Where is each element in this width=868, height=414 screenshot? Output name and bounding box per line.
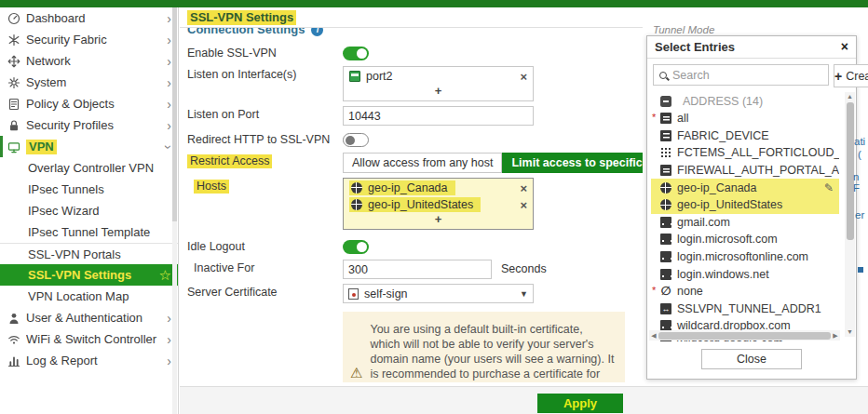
- sidebar-item-user-authentication[interactable]: User & Authentication ›: [0, 307, 178, 328]
- allow-any-host-button[interactable]: Allow access from any host: [343, 153, 502, 173]
- address-list: ADDRESS (14) * all FABRIC_DEVICE FCTEMS_…: [647, 91, 856, 341]
- entry-label: login.microsoftonline.com: [677, 250, 808, 263]
- close-button[interactable]: Close: [701, 349, 802, 369]
- sidebar-item-ipsec-wizard[interactable]: IPsec Wizard: [0, 200, 178, 221]
- scroll-right-icon[interactable]: ▶: [831, 332, 840, 340]
- background-text-fragment: ati: [854, 136, 865, 147]
- list-item-geo-ip-canada[interactable]: geo-ip_Canada ✎: [651, 179, 839, 196]
- list-item-fctems[interactable]: FCTEMS_ALL_FORTICLOUD_SERVER: [651, 144, 839, 162]
- panel-header: Select Entries ×: [647, 36, 856, 59]
- subnet-icon: [660, 113, 671, 124]
- sidebar-item-sslvpn-settings[interactable]: SSL-VPN Settings ☆: [0, 264, 178, 286]
- scroll-left-icon[interactable]: ◀: [649, 332, 658, 340]
- vpn-monitor-icon: [7, 140, 26, 154]
- info-icon[interactable]: i: [311, 27, 323, 36]
- sidebar-item-ipsec-tunnels[interactable]: IPsec Tunnels: [0, 179, 178, 200]
- warning-text: You are using a default built-in certifi…: [370, 323, 614, 382]
- remove-host-icon[interactable]: ×: [520, 199, 527, 211]
- host-chip: geo-ip_Canada: [349, 180, 455, 195]
- sidebar-item-policy-objects[interactable]: Policy & Objects ›: [0, 93, 178, 114]
- field-label: Redirect HTTP to SSL-VPN: [187, 131, 343, 146]
- sidebar-item-system[interactable]: System ›: [0, 72, 178, 93]
- chevron-right-icon: ›: [167, 312, 171, 325]
- server-certificate-row: Server Certificate self-sign ▼: [187, 284, 643, 303]
- list-item-none[interactable]: * ∅ none: [651, 283, 839, 300]
- scroll-down-icon[interactable]: ▼: [845, 327, 855, 337]
- sidebar-item-vpn[interactable]: VPN ›: [0, 136, 178, 157]
- idle-logout-toggle[interactable]: [343, 240, 369, 254]
- server-certificate-select[interactable]: self-sign ▼: [343, 284, 534, 303]
- horizontal-scrollbar[interactable]: ◀ ▶: [649, 330, 840, 341]
- sidebar-item-overlay-controller-vpn[interactable]: Overlay Controller VPN: [0, 157, 178, 179]
- highlight: VPN: [26, 140, 57, 154]
- field-label: Inactive For: [187, 260, 343, 274]
- subnet-icon: [660, 165, 671, 176]
- list-item-geo-ip-unitedstates[interactable]: geo-ip_UnitedStates: [651, 196, 839, 214]
- sidebar-item-log-report[interactable]: Log & Report ›: [0, 350, 178, 371]
- select-entries-panel: Select Entries × + Create ADDRESS (14) *…: [646, 35, 857, 380]
- list-item-login-microsoftonline[interactable]: login.microsoftonline.com: [651, 248, 839, 266]
- apply-button[interactable]: Apply: [537, 394, 623, 413]
- sidebar-item-label: VPN Location Map: [28, 289, 171, 303]
- limit-specific-hosts-button[interactable]: Limit access to specific hosts: [502, 153, 643, 173]
- chevron-right-icon: ›: [167, 12, 171, 25]
- field-label: Server Certificate: [187, 284, 343, 299]
- list-item-login-microsoft[interactable]: login.microsoft.com: [651, 231, 839, 248]
- sidebar-item-security-profiles[interactable]: Security Profiles ›: [0, 114, 178, 136]
- edit-icon[interactable]: ✎: [824, 181, 834, 194]
- host-entry: geo-ip_Canada ×: [344, 179, 533, 195]
- favorite-star-icon[interactable]: ☆: [159, 268, 171, 282]
- restrict-access-segment: Allow access from any host Limit access …: [343, 153, 643, 173]
- redirect-http-toggle[interactable]: [343, 133, 369, 147]
- inactive-for-input[interactable]: [343, 260, 492, 279]
- list-item-gmail[interactable]: gmail.com: [651, 214, 839, 232]
- close-icon[interactable]: ×: [841, 39, 848, 54]
- vertical-scrollbar[interactable]: ▲ ▼: [845, 92, 855, 337]
- remove-interface-icon[interactable]: ×: [520, 71, 527, 83]
- geo-ip-globe-icon: [351, 199, 362, 210]
- sidebar-item-ipsec-tunnel-template[interactable]: IPsec Tunnel Template: [0, 221, 178, 243]
- background-text-fragment: er: [855, 209, 864, 220]
- sidebar-item-dashboard[interactable]: Dashboard ›: [0, 7, 178, 29]
- sidebar-item-sslvpn-portals[interactable]: SSL-VPN Portals: [0, 243, 178, 264]
- listen-port-input[interactable]: [343, 106, 534, 126]
- scrollbar-thumb[interactable]: [658, 332, 831, 340]
- fqdn-icon: [660, 217, 671, 228]
- add-host-button[interactable]: +: [344, 212, 533, 229]
- main-content: SSL-VPN Settings Connection Settings i E…: [180, 7, 643, 386]
- certificate-icon: [348, 288, 359, 300]
- interface-entry: port2 ×: [344, 67, 533, 84]
- sidebar-item-network[interactable]: Network ›: [0, 50, 178, 72]
- remove-host-icon[interactable]: ×: [520, 182, 527, 194]
- add-interface-button[interactable]: +: [344, 84, 533, 100]
- certificate-value: self-sign: [364, 287, 408, 300]
- sidebar-item-security-fabric[interactable]: Security Fabric ›: [0, 29, 178, 50]
- list-item-sslvpn-tunnel-addr1[interactable]: ↔ SSLVPN_TUNNEL_ADDR1: [651, 300, 839, 318]
- list-item-all[interactable]: * all: [651, 110, 839, 127]
- list-item-fabric-device[interactable]: FABRIC_DEVICE: [651, 127, 839, 145]
- redirect-http-row: Redirect HTTP to SSL-VPN: [187, 131, 643, 147]
- host-name: geo-ip_UnitedStates: [368, 198, 473, 211]
- sidebar-scrollbar[interactable]: [172, 7, 177, 414]
- sidebar-item-vpn-location-map[interactable]: VPN Location Map: [0, 286, 178, 307]
- ip-range-icon: ↔: [660, 303, 671, 314]
- list-item-firewall-auth-portal[interactable]: FIREWALL_AUTH_PORTAL_ADDRESS: [651, 162, 839, 180]
- entry-label: geo-ip_Canada: [677, 181, 757, 194]
- list-item-login-windows[interactable]: login.windows.net: [651, 265, 839, 283]
- listen-interfaces-row: Listen on Interface(s) port2 × +: [187, 66, 643, 101]
- enable-sslvpn-toggle[interactable]: [343, 47, 369, 60]
- highlight: Hosts: [194, 180, 229, 194]
- sidebar-item-label: User & Authentication: [26, 311, 167, 325]
- scroll-up-icon[interactable]: ▲: [845, 92, 855, 101]
- panel-toolbar: + Create: [647, 59, 856, 91]
- geo-ip-globe-icon: [351, 182, 362, 194]
- sidebar-item-label: VPN: [26, 140, 167, 154]
- warning-icon: ⚠: [350, 365, 362, 381]
- search-input[interactable]: [672, 69, 822, 82]
- sidebar-item-wifi-switch-controller[interactable]: WiFi & Switch Controller ›: [0, 328, 178, 350]
- entry-label: geo-ip_UnitedStates: [677, 198, 782, 211]
- address-group-header: ADDRESS (14): [651, 92, 856, 110]
- entry-label: login.microsoft.com: [677, 233, 778, 246]
- background-text-fragment: n F: [853, 171, 868, 194]
- create-button[interactable]: + Create: [834, 64, 868, 87]
